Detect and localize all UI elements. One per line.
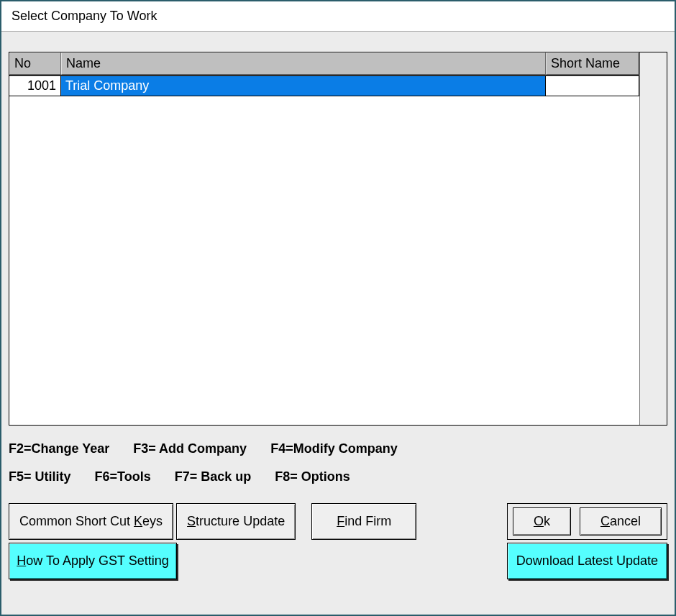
hint-f4: F4=Modify Company xyxy=(270,441,398,456)
dialog-content: No Name Short Name 1001 Trial Company F2… xyxy=(1,32,675,615)
hint-f8: F8= Options xyxy=(275,469,350,484)
window-title: Select Company To Work xyxy=(1,1,675,32)
ok-cancel-group: Ok Cancel xyxy=(507,503,667,540)
function-key-hints-row1: F2=Change Year F3= Add Company F4=Modify… xyxy=(9,441,667,456)
function-key-hints-row2: F5= Utility F6=Tools F7= Back up F8= Opt… xyxy=(9,469,667,484)
btn-label: Structure Update xyxy=(187,514,285,529)
btn-label: Find Firm xyxy=(337,514,391,529)
cell-no: 1001 xyxy=(9,76,61,96)
hint-f3: F3= Add Company xyxy=(133,441,247,456)
hint-f7: F7= Back up xyxy=(175,469,252,484)
how-to-apply-gst-button[interactable]: How To Apply GST Setting xyxy=(9,543,177,579)
table-header-row: No Name Short Name xyxy=(9,52,639,76)
common-shortcut-keys-button[interactable]: Common Short Cut Keys xyxy=(9,503,173,540)
col-header-name[interactable]: Name xyxy=(61,52,546,75)
cell-shortname xyxy=(546,76,639,96)
col-header-shortname[interactable]: Short Name xyxy=(546,52,639,75)
hint-f6: F6=Tools xyxy=(95,469,151,484)
structure-update-button[interactable]: Structure Update xyxy=(176,503,296,540)
find-firm-button[interactable]: Find Firm xyxy=(311,503,416,540)
cell-name: Trial Company xyxy=(61,76,546,96)
table-row[interactable]: 1001 Trial Company xyxy=(9,76,639,96)
btn-label: Common Short Cut Keys xyxy=(19,514,163,529)
btn-label: Cancel xyxy=(600,514,641,529)
download-latest-update-button[interactable]: Download Latest Update xyxy=(507,543,667,579)
btn-label: Download Latest Update xyxy=(516,553,658,569)
btn-label: How To Apply GST Setting xyxy=(17,553,168,569)
hint-f2: F2=Change Year xyxy=(9,441,109,456)
vertical-scroll-gutter[interactable] xyxy=(639,52,667,425)
btn-label: Ok xyxy=(534,514,550,529)
ok-button[interactable]: Ok xyxy=(513,507,571,535)
hint-f5: F5= Utility xyxy=(9,469,71,484)
cancel-button[interactable]: Cancel xyxy=(580,507,662,535)
company-table: No Name Short Name 1001 Trial Company xyxy=(9,52,667,426)
col-header-no[interactable]: No xyxy=(9,52,61,75)
